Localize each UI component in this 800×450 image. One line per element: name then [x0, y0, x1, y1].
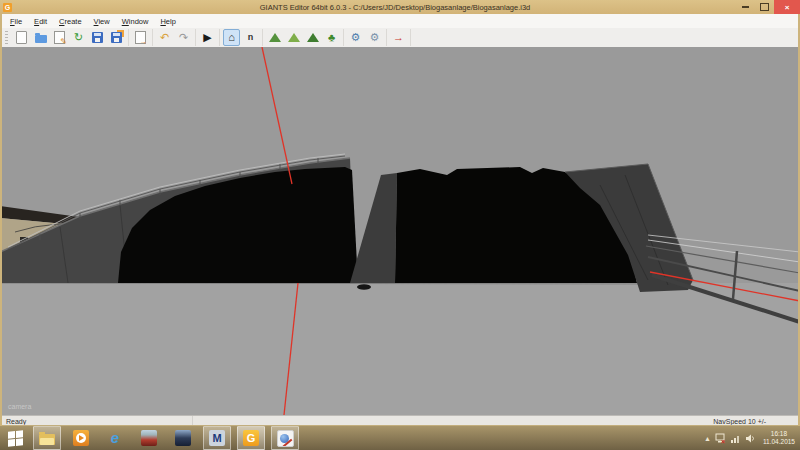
start-button[interactable]: [0, 426, 30, 450]
terrain-smooth-icon[interactable]: [304, 29, 321, 46]
new-file-icon[interactable]: [13, 29, 30, 46]
app-icon: G: [3, 3, 12, 12]
manhole-cover: [357, 284, 371, 290]
clock-time: 16:18: [763, 430, 795, 438]
system-tray: ▲ ×: [702, 430, 800, 446]
network-error-icon[interactable]: ×: [715, 433, 726, 444]
taskbar: eMG ▲ ×: [0, 425, 800, 450]
show-hidden-icons[interactable]: ▲: [704, 435, 711, 442]
taskbar-file-explorer[interactable]: [33, 426, 61, 450]
clock-date: 11.04.2015: [763, 438, 795, 446]
play-icon[interactable]: ▶: [199, 29, 216, 46]
minimize-button[interactable]: [736, 0, 755, 14]
giants-editor-window: G GIANTS Editor 64bit 6.0.3 - C:/Users/J…: [0, 0, 800, 450]
m-application-icon: M: [209, 430, 225, 446]
taskbar-image-editor[interactable]: [271, 426, 299, 450]
taskbar-media-player[interactable]: [67, 426, 95, 450]
taskbar-internet-explorer[interactable]: e: [101, 426, 129, 450]
reload-icon[interactable]: ↻: [70, 29, 87, 46]
internet-explorer-icon: e: [111, 430, 119, 446]
save-icon[interactable]: [89, 29, 106, 46]
farming-sim-blue-icon: [175, 430, 191, 446]
save-plus-icon[interactable]: [108, 29, 125, 46]
3d-viewport[interactable]: camera: [0, 47, 800, 415]
media-player-icon: [73, 430, 89, 446]
toolbar: ↻↶↷▶⌂n♣⚙⚙→: [0, 28, 800, 48]
scene-settings-icon[interactable]: ⚙: [347, 29, 364, 46]
menu-help[interactable]: Help: [154, 17, 181, 26]
window-frame-left: [0, 14, 2, 426]
network-signal-icon[interactable]: [730, 433, 741, 444]
image-editor-icon: [277, 430, 294, 447]
close-button[interactable]: ×: [774, 0, 800, 14]
taskbar-farming-sim-blue[interactable]: [169, 426, 197, 450]
redo-icon[interactable]: ↷: [175, 29, 192, 46]
menu-create[interactable]: Create: [53, 17, 88, 26]
camera-label: camera: [8, 403, 31, 410]
taskbar-farming-sim-red[interactable]: [135, 426, 163, 450]
menu-file[interactable]: File: [4, 17, 28, 26]
open-file-icon[interactable]: [32, 29, 49, 46]
exit-icon[interactable]: →: [390, 29, 407, 46]
camera-home-icon[interactable]: ⌂: [223, 29, 240, 46]
toolbar-grip: [5, 31, 8, 44]
window-title: GIANTS Editor 64bit 6.0.3 - C:/Users/JD/…: [60, 3, 730, 12]
menu-window[interactable]: Window: [116, 17, 155, 26]
taskbar-giants-editor[interactable]: G: [237, 426, 265, 450]
title-bar[interactable]: G GIANTS Editor 64bit 6.0.3 - C:/Users/J…: [0, 0, 800, 15]
normals-icon[interactable]: n: [242, 29, 259, 46]
windows-logo-icon: [8, 430, 23, 447]
volume-icon[interactable]: [745, 433, 757, 444]
3d-scene: [0, 47, 800, 415]
undo-icon[interactable]: ↶: [156, 29, 173, 46]
giants-editor-icon: G: [243, 430, 259, 446]
terrain-lower-icon[interactable]: [285, 29, 302, 46]
menu-bar: FileEditCreateViewWindowHelp: [0, 14, 800, 29]
editor-settings-icon[interactable]: ⚙: [366, 29, 383, 46]
file-explorer-icon: [39, 434, 55, 445]
farming-sim-red-icon: [141, 430, 157, 446]
terrain-raise-icon[interactable]: [266, 29, 283, 46]
svg-text:×: ×: [721, 437, 725, 444]
menu-edit[interactable]: Edit: [28, 17, 53, 26]
foliage-paint-icon[interactable]: ♣: [323, 29, 340, 46]
clock[interactable]: 16:18 11.04.2015: [763, 430, 795, 446]
menu-view[interactable]: View: [88, 17, 116, 26]
import-icon[interactable]: [132, 29, 149, 46]
navspeed-label: NavSpeed 10 +/-: [713, 418, 800, 425]
taskbar-m-application[interactable]: M: [203, 426, 231, 450]
edit-script-icon[interactable]: [51, 29, 68, 46]
maximize-button[interactable]: [755, 0, 774, 14]
